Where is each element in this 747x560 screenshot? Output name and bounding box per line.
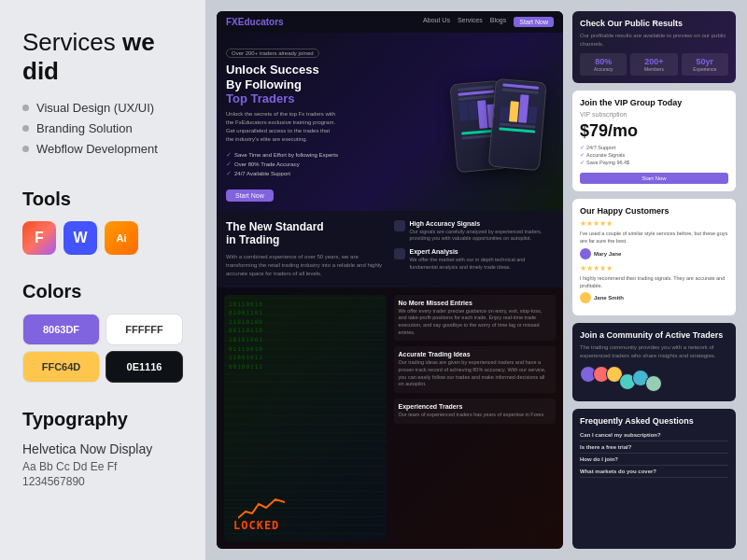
illustrator-icon: Ai	[105, 221, 138, 255]
community-panel: Join a Community of Active Traders The t…	[572, 323, 736, 401]
list-item: Branding Solution	[22, 121, 183, 135]
avatar-1	[580, 248, 591, 259]
nav-links: About Us Services Blogs Start Now	[423, 17, 554, 27]
bullet-icon	[22, 125, 29, 132]
font-name: Helvetica Now Display	[22, 441, 183, 456]
vip-feature-3: Save Paying 96.4$	[580, 160, 728, 165]
vip-label: VIP subscription	[580, 111, 728, 118]
trading-section: The New Standard in Trading With a combi…	[217, 211, 563, 287]
hero-description: Unlock the secrets of the top Fx traders…	[226, 110, 338, 144]
stars-1: ★★★★★	[580, 219, 728, 228]
avatar-2	[580, 292, 591, 303]
analysis-icon	[394, 248, 405, 259]
services-list: Visual Design (UX/UI) Branding Solution …	[22, 101, 183, 162]
missed-feature-3: Experienced Traders Our team of experien…	[394, 399, 557, 424]
right-panel: FXEducators About Us Services Blogs Star…	[205, 0, 747, 560]
faq-title: Frequently Asked Questions	[580, 416, 728, 426]
right-sidebar: Check Our Public Results Our profitable …	[572, 11, 736, 549]
color-swatch-dark: 0E1116	[106, 351, 183, 383]
reviewer-name-1: Mary Jane	[594, 251, 621, 257]
missed-title-3: Experienced Traders	[399, 403, 552, 410]
color-swatch-white: FFFFFF	[106, 314, 183, 345]
faq-panel: Frequently Asked Questions Can I cancel …	[572, 409, 736, 549]
community-desc: The trading community provides you with …	[580, 343, 728, 360]
faq-question-3: How do I join?	[580, 456, 728, 462]
reviewer-name-2: Jane Smith	[594, 295, 624, 301]
typography-section: Typography Helvetica Now Display Aa Bb C…	[22, 409, 183, 488]
customers-title: Our Happy Customers	[580, 206, 728, 216]
colors-heading: Colors	[22, 281, 183, 302]
list-item: Visual Design (UX/UI)	[22, 101, 183, 115]
faq-item-1[interactable]: Can I cancel my subscription?	[580, 429, 728, 441]
hero-badge: Over 200+ traders already joined	[226, 49, 319, 58]
font-numbers: 1234567890	[22, 475, 183, 488]
services-heading: Services we did	[22, 28, 183, 86]
feature-desc: We offer the market with our in depth te…	[410, 257, 555, 271]
font-sample: Aa Bb Cc Dd Ee Ff	[22, 460, 183, 473]
binary-image: 1011001001001101110101000011011010101001…	[224, 295, 387, 541]
trading-text: The New Standard in Trading With a combi…	[226, 220, 387, 278]
site-preview: FXEducators About Us Services Blogs Star…	[217, 11, 563, 549]
nav-link-services: Services	[458, 17, 483, 27]
review-text-2: I highly recommend their trading signals…	[580, 274, 728, 290]
hero-feature-3: 24/7 Available Support	[226, 170, 554, 177]
site-logo: FXEducators	[226, 17, 284, 27]
phone-right	[487, 78, 546, 171]
community-avatar-6	[645, 375, 662, 392]
missed-desc-1: We offer every trader precise guidance o…	[399, 308, 552, 337]
reviewer-1: Mary Jane	[580, 248, 728, 259]
color-swatch-yellow: FFC64D	[22, 351, 100, 383]
trading-feature-1: High Accuracy Signals Our signals are ca…	[394, 220, 555, 243]
faq-item-4[interactable]: What markets do you cover?	[580, 466, 728, 478]
bullet-icon	[22, 105, 29, 111]
stars-2: ★★★★★	[580, 264, 728, 273]
faq-item-2[interactable]: Is there a free trial?	[580, 441, 728, 454]
trading-title: The New Standard in Trading	[226, 220, 387, 247]
missed-features: No More Missed Entries We offer every tr…	[394, 295, 557, 541]
community-title: Join a Community of Active Traders	[580, 330, 728, 340]
figma-icon: F	[22, 221, 56, 255]
missed-feature-2: Accurate Trading Ideas Our trading ideas…	[394, 346, 557, 393]
webflow-icon: W	[63, 221, 97, 255]
vip-price: $79/mo	[580, 121, 728, 141]
color-swatch-purple: 8063DF	[22, 314, 100, 345]
stat-experience: 50yr Experience	[682, 53, 728, 76]
check-results-title: Check Our Public Results	[580, 19, 728, 28]
faq-item-3[interactable]: How do I join?	[580, 454, 728, 466]
chart-icon	[238, 495, 285, 523]
bottom-section: 1011001001001101110101000011011010101001…	[217, 287, 563, 549]
feature-title: Expert Analysis	[410, 248, 555, 255]
left-panel: Services we did Visual Design (UX/UI) Br…	[0, 0, 205, 560]
hero-cta-button[interactable]: Start Now	[226, 189, 274, 202]
faq-question-4: What markets do you cover?	[580, 469, 728, 474]
trading-description: With a combined experience of over 50 ye…	[226, 253, 387, 278]
color-grid: 8063DF FFFFFF FFC64D 0E1116	[22, 314, 183, 383]
list-item: Webflow Development	[22, 142, 183, 156]
feature-desc: Our signals are carefully analyzed by ex…	[410, 229, 555, 243]
vip-feature-2: Accurate Signals	[580, 152, 728, 158]
colors-section: Colors 8063DF FFFFFF FFC64D 0E1116	[22, 281, 183, 383]
vip-panel: Join the VIP Group Today VIP subscriptio…	[572, 91, 736, 191]
faq-question-1: Can I cancel my subscription?	[580, 432, 728, 438]
bullet-icon	[22, 146, 29, 152]
customers-panel: Our Happy Customers ★★★★★ I've used a co…	[572, 199, 736, 315]
check-results-panel: Check Our Public Results Our profitable …	[572, 11, 736, 83]
reviewer-2: Jane Smith	[580, 292, 728, 303]
nav-cta-button[interactable]: Start Now	[514, 17, 554, 27]
missed-desc-3: Our team of experienced traders has year…	[399, 412, 552, 419]
review-2: ★★★★★ I highly recommend their trading s…	[580, 264, 728, 304]
vip-cta-button[interactable]: Start Now	[580, 173, 728, 184]
trading-features: High Accuracy Signals Our signals are ca…	[394, 220, 555, 278]
missed-title-2: Accurate Trading Ideas	[399, 351, 552, 357]
missed-desc-2: Our trading ideas are given by experienc…	[399, 359, 552, 388]
stat-accuracy: 80% Accuracy	[580, 53, 627, 76]
vip-feature-1: 24/7 Support	[580, 145, 728, 150]
review-1: ★★★★★ I've used a couple of similar styl…	[580, 219, 728, 259]
nav-link-about: About Us	[423, 17, 450, 27]
faq-question-2: Is there a free trial?	[580, 444, 728, 450]
results-stats: 80% Accuracy 200+ Members 50yr Experienc…	[580, 53, 728, 76]
nav-link-blogs: Blogs	[490, 17, 507, 27]
vip-title: Join the VIP Group Today	[580, 98, 728, 107]
tools-heading: Tools	[22, 189, 183, 210]
signal-icon	[394, 220, 405, 231]
